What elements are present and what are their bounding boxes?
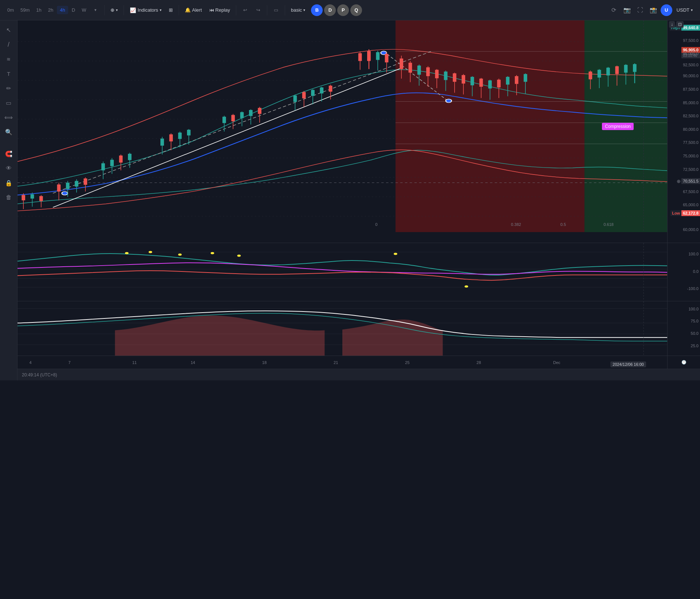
template-label: basic: [291, 7, 302, 13]
ind2-100-label: 100.0: [688, 307, 699, 311]
replay-icon: ⏮: [209, 7, 214, 13]
svg-rect-74: [376, 52, 380, 60]
fullscreen-btn[interactable]: ⛶: [634, 4, 646, 16]
indicator-svg-1: [18, 243, 667, 301]
svg-rect-40: [128, 154, 132, 160]
redo-btn[interactable]: ↪: [252, 4, 264, 16]
template-btn[interactable]: basic ▾: [288, 6, 308, 14]
svg-rect-52: [231, 115, 235, 121]
currency-btn[interactable]: USDT ▾: [674, 6, 696, 14]
svg-point-134: [237, 255, 241, 257]
svg-rect-58: [258, 108, 261, 114]
svg-rect-90: [453, 73, 456, 82]
rectangle-btn[interactable]: ▭: [270, 4, 282, 16]
scale-down-btn[interactable]: ↓: [669, 21, 675, 28]
replay-btn[interactable]: ⏮ Replay: [206, 6, 233, 14]
price-82500: 82,500.0: [683, 114, 699, 118]
svg-rect-32: [83, 179, 87, 185]
avatar-b[interactable]: B: [311, 4, 323, 16]
cursor-tool-btn[interactable]: ↖: [2, 23, 15, 36]
scale-fit-btn[interactable]: ⊡: [676, 21, 684, 28]
indicator-panel-1: 100.0 0.0 -100.0: [18, 243, 700, 301]
time-7: 7: [68, 360, 70, 365]
svg-rect-28: [66, 183, 70, 189]
camera-btn[interactable]: 📸: [648, 4, 659, 16]
measure-tool-btn[interactable]: ⟺: [2, 111, 15, 124]
svg-rect-86: [435, 70, 439, 78]
zoom-tool-btn[interactable]: 🔍: [2, 125, 15, 138]
svg-rect-104: [515, 76, 518, 84]
avatar-d[interactable]: D: [324, 4, 336, 16]
trash-btn[interactable]: 🗑: [2, 191, 15, 204]
timeframe-group: 0m 59m 1h 2h 4h D W ▾: [4, 4, 101, 16]
time-axis-main[interactable]: 4 7 11 14 18 21 25 28 Dec 2024/12/06 16:…: [18, 356, 667, 369]
low-label: Low: [670, 210, 681, 216]
time-25: 25: [405, 360, 409, 365]
main-toolbar: 0m 59m 1h 2h 4h D W ▾ ⊕ ▾ 📈 Indicators ▾…: [0, 0, 700, 20]
svg-rect-54: [240, 112, 244, 118]
left-toolbar: ↖ / ≋ T ✏ ▭ ⟺ 🔍 🧲 👁 🔒 🗑: [0, 20, 18, 380]
timeframe-w[interactable]: W: [79, 6, 89, 14]
time-14: 14: [191, 360, 195, 365]
price-75000: 75,000.0: [683, 154, 699, 158]
alert-btn[interactable]: 🔔 Alert: [182, 6, 205, 14]
main-chart-row: Compression 0 0.382 0.5 0.618 High 99,64…: [18, 20, 700, 243]
indicator-scale-1[interactable]: 100.0 0.0 -100.0: [667, 243, 700, 301]
snapshot-btn[interactable]: 📷: [621, 4, 633, 16]
fib-labels: 0 0.382 0.5 0.618: [18, 220, 634, 227]
layout-btn[interactable]: ⊞: [166, 6, 176, 14]
template-dropdown-icon: ▾: [303, 8, 305, 12]
timeframe-d[interactable]: D: [69, 6, 78, 14]
watchlist-icon-btn[interactable]: ⟳: [608, 4, 620, 16]
indicators-btn[interactable]: 📈 Indicators ▾: [127, 6, 164, 15]
separator-2: [124, 5, 124, 15]
trend-line-btn[interactable]: /: [2, 38, 15, 51]
text-tool-btn[interactable]: T: [2, 67, 15, 80]
svg-rect-66: [320, 87, 323, 93]
price-scale[interactable]: High 99,640.8 96,905.0 03:10:46 97,500.0…: [667, 20, 700, 243]
avatar-q[interactable]: Q: [350, 4, 362, 16]
brush-tool-btn[interactable]: ✏: [2, 82, 15, 95]
price-60000: 60,000.0: [683, 227, 699, 232]
separator-3: [179, 5, 179, 15]
magnet-btn[interactable]: 🧲: [2, 147, 15, 160]
svg-rect-68: [329, 86, 332, 91]
svg-rect-112: [606, 68, 610, 75]
undo-btn[interactable]: ↩: [239, 4, 251, 16]
lock-btn[interactable]: 🔒: [2, 176, 15, 189]
svg-rect-80: [408, 63, 412, 73]
timeframe-1h[interactable]: 1h: [33, 6, 44, 14]
timeframe-dropdown-icon[interactable]: ▾: [90, 4, 101, 16]
shapes-tool-btn[interactable]: ▭: [2, 96, 15, 109]
svg-point-131: [149, 251, 152, 253]
svg-rect-88: [444, 71, 448, 80]
svg-rect-34: [101, 163, 105, 170]
indicator-scale-2[interactable]: 100.0 75.0 50.0 25.0: [667, 301, 700, 356]
fib-tool-btn[interactable]: ≋: [2, 52, 15, 66]
timeframe-4h[interactable]: 4h: [57, 6, 68, 14]
price-80000: 80,000.0: [683, 127, 699, 132]
user-avatar-btn[interactable]: U: [661, 4, 672, 16]
time-axis-scale[interactable]: 🕐: [667, 356, 700, 369]
chart-point-left: [62, 192, 68, 195]
crosshair-price: 70,551.5: [681, 178, 700, 184]
fib-point-bottom: [446, 99, 452, 103]
currency-label: USDT: [677, 7, 689, 13]
main-chart[interactable]: Compression 0 0.382 0.5 0.618: [18, 20, 667, 243]
svg-rect-78: [400, 59, 403, 69]
svg-rect-94: [471, 77, 474, 85]
candle-group-mid: [160, 129, 191, 154]
time-dec: Dec: [553, 360, 560, 365]
currency-dropdown-icon: ▾: [691, 8, 693, 12]
price-72500: 72,500.0: [683, 167, 699, 172]
high-value: 99,640.8: [681, 25, 700, 31]
svg-point-130: [125, 252, 129, 254]
clock-icon: 🕐: [681, 360, 687, 365]
timeframe-2h[interactable]: 2h: [45, 6, 56, 14]
timeframe-59m[interactable]: 59m: [18, 6, 32, 14]
crosshair-tool-btn[interactable]: ⊕ ▾: [108, 6, 121, 14]
avatar-p[interactable]: P: [337, 4, 349, 16]
timeframe-0m[interactable]: 0m: [4, 6, 17, 14]
svg-rect-56: [249, 110, 253, 116]
eye-btn[interactable]: 👁: [2, 162, 15, 175]
